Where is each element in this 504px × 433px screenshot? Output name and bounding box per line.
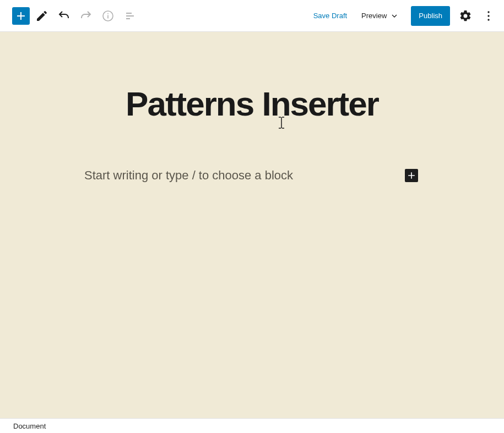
svg-rect-2 xyxy=(107,13,109,14)
redo-icon xyxy=(79,9,93,23)
preview-button[interactable]: Preview xyxy=(356,12,404,20)
info-icon xyxy=(101,9,115,23)
toolbar-left-group xyxy=(12,6,140,26)
plus-icon xyxy=(406,170,417,181)
default-block-appender[interactable]: Start writing or type / to choose a bloc… xyxy=(84,168,418,183)
save-draft-button[interactable]: Save Draft xyxy=(308,12,353,20)
settings-button[interactable] xyxy=(456,3,475,29)
chevron-down-icon xyxy=(390,12,399,20)
more-vertical-icon xyxy=(482,9,495,23)
svg-point-5 xyxy=(487,19,489,20)
editor-canvas[interactable]: Patterns Inserter Start writing or type … xyxy=(0,32,504,418)
svg-rect-1 xyxy=(107,15,109,18)
block-placeholder[interactable]: Start writing or type / to choose a bloc… xyxy=(84,168,405,183)
svg-point-3 xyxy=(487,11,489,13)
redo-button[interactable] xyxy=(76,6,96,26)
details-button[interactable] xyxy=(98,6,118,26)
gear-icon xyxy=(459,9,472,23)
inline-inserter-button[interactable] xyxy=(405,169,418,182)
list-icon xyxy=(123,9,137,23)
block-inserter-button[interactable] xyxy=(12,7,30,25)
options-button[interactable] xyxy=(479,3,498,29)
toolbar-right-group: Save Draft Preview Publish xyxy=(308,3,498,29)
plus-icon xyxy=(14,9,28,23)
editor-footer: Document xyxy=(0,418,504,433)
svg-point-4 xyxy=(487,15,489,17)
editor-toolbar: Save Draft Preview Publish xyxy=(0,0,504,32)
undo-icon xyxy=(57,9,71,23)
undo-button[interactable] xyxy=(54,6,74,26)
breadcrumb[interactable]: Document xyxy=(13,422,46,430)
tools-button[interactable] xyxy=(32,6,52,26)
publish-button[interactable]: Publish xyxy=(411,6,450,26)
preview-label: Preview xyxy=(361,12,387,20)
post-title[interactable]: Patterns Inserter xyxy=(0,84,504,123)
outline-button[interactable] xyxy=(120,6,140,26)
pencil-icon xyxy=(35,9,48,23)
